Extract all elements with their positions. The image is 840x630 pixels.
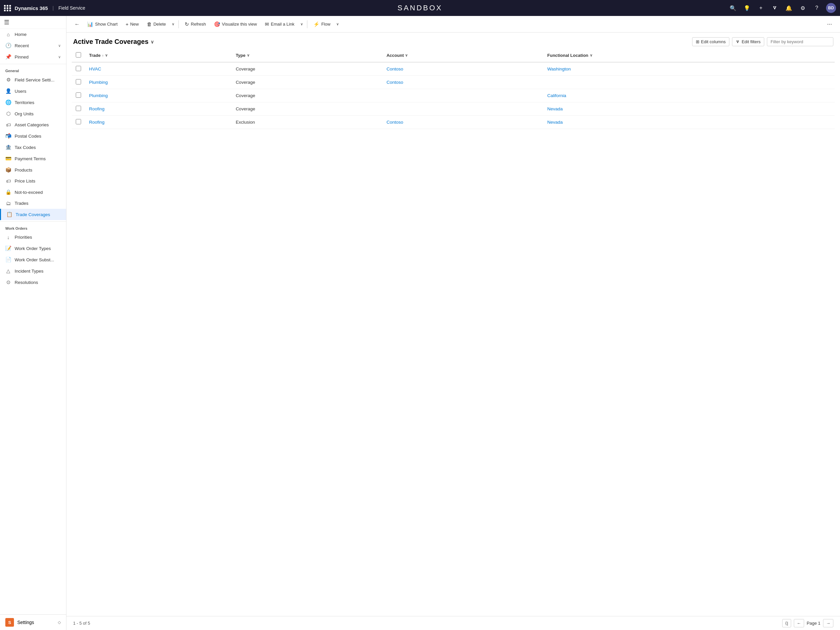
row-checkbox[interactable]: [76, 119, 81, 124]
settings-expand-icon[interactable]: ◇: [58, 620, 61, 625]
account-link[interactable]: Contoso: [387, 120, 403, 125]
prev-page-button[interactable]: ←: [794, 619, 804, 627]
sidebar-item-pinned[interactable]: 📌 Pinned ∨: [0, 51, 66, 62]
trade-link[interactable]: Plumbing: [89, 80, 108, 85]
functional-location-link[interactable]: California: [547, 93, 566, 98]
row-checkbox[interactable]: [76, 66, 81, 71]
functional-location-link[interactable]: Washington: [547, 66, 571, 71]
trade-link[interactable]: HVAC: [89, 66, 101, 71]
edit-columns-button[interactable]: ⊞ Edit columns: [692, 37, 729, 46]
edit-filters-button[interactable]: ⛛ Edit filters: [732, 37, 764, 46]
top-nav-right: 🔍 💡 + ⛛ 🔔 ⚙ ? BD: [728, 3, 836, 13]
flow-button[interactable]: ⚡ Flow: [310, 19, 333, 29]
row-checkbox[interactable]: [76, 106, 81, 111]
trade-column-header[interactable]: Trade ↑ ∨: [85, 49, 232, 62]
account-column-header[interactable]: Account ∨: [382, 49, 543, 62]
sidebar-menu-icon[interactable]: ☰: [4, 19, 9, 26]
refresh-button[interactable]: ↻ Refresh: [182, 19, 209, 29]
postal-codes-icon: 📬: [5, 133, 11, 139]
top-nav: Dynamics 365 | Field Service SANDBOX 🔍 💡…: [0, 0, 840, 16]
new-button[interactable]: + New: [122, 19, 142, 29]
visualize-button[interactable]: 🎯 Visualize this view: [211, 19, 260, 29]
sidebar-item-recent[interactable]: 🕐 Recent ∨: [0, 40, 66, 51]
app-title[interactable]: Dynamics 365: [14, 5, 48, 11]
filter-icon-btn[interactable]: ⛛: [770, 3, 780, 13]
filter-input[interactable]: [767, 37, 833, 46]
sidebar-item-org-units[interactable]: ⬡ Org Units: [0, 108, 66, 119]
view-title-chevron-icon[interactable]: ∨: [150, 39, 154, 44]
sidebar-item-label: Not-to-exceed: [14, 190, 61, 195]
sidebar-item-field-service-settings[interactable]: ⚙ Field Service Setti...: [0, 74, 66, 85]
sidebar-item-payment-terms[interactable]: 💳 Payment Terms: [0, 153, 66, 164]
toolbar-divider-2: [307, 20, 307, 28]
search-icon-btn[interactable]: 🔍: [728, 3, 737, 13]
settings-footer-label: Settings: [17, 620, 34, 625]
email-link-button[interactable]: ✉ Email a Link: [262, 19, 298, 29]
functional-location-filter-icon[interactable]: ∨: [590, 53, 592, 57]
work-order-subst-icon: 📄: [5, 256, 11, 263]
row-checkbox[interactable]: [76, 92, 81, 98]
row-checkbox[interactable]: [76, 79, 81, 84]
delete-button[interactable]: 🗑 Delete: [144, 19, 169, 29]
view-header-actions: ⊞ Edit columns ⛛ Edit filters: [692, 37, 834, 46]
account-link[interactable]: Contoso: [387, 80, 403, 85]
sidebar-item-trades[interactable]: 🗂 Trades: [0, 198, 66, 209]
account-filter-icon[interactable]: ∨: [405, 53, 408, 57]
trade-filter-icon[interactable]: ∨: [105, 53, 108, 57]
app-module[interactable]: Field Service: [58, 5, 85, 11]
show-chart-button[interactable]: 📊 Show Chart: [84, 19, 121, 29]
type-column-header[interactable]: Type ∨: [232, 49, 382, 62]
add-new-icon: +: [126, 21, 129, 27]
more-options-button[interactable]: ···: [824, 19, 835, 30]
lightbulb-icon-btn[interactable]: 💡: [742, 3, 752, 13]
settings-icon-btn[interactable]: ⚙: [798, 3, 807, 13]
sidebar-item-not-to-exceed[interactable]: 🔒 Not-to-exceed: [0, 187, 66, 198]
sidebar-item-products[interactable]: 📦 Products: [0, 164, 66, 176]
functional-location-column-header[interactable]: Functional Location ∨: [543, 49, 835, 62]
sidebar-item-users[interactable]: 👤 Users: [0, 85, 66, 97]
content-area: ← 📊 Show Chart + New 🗑 Delete ∨ ↻ Refres…: [66, 16, 840, 630]
work-orders-section-title: Work Orders: [0, 223, 66, 232]
sidebar-item-work-order-subst[interactable]: 📄 Work Order Subst...: [0, 254, 66, 265]
sidebar-item-asset-categories[interactable]: 🏷 Asset Categories: [0, 119, 66, 130]
view-title-text: Active Trade Coverages: [73, 38, 148, 46]
sidebar-item-incident-types[interactable]: △ Incident Types: [0, 265, 66, 277]
sidebar-item-territories[interactable]: 🌐 Territories: [0, 97, 66, 108]
notification-icon-btn[interactable]: 🔔: [784, 3, 794, 13]
functional-location-link[interactable]: Nevada: [547, 106, 563, 111]
users-icon: 👤: [5, 88, 11, 94]
sidebar-item-tax-codes[interactable]: 🏦 Tax Codes: [0, 142, 66, 153]
account-link[interactable]: Contoso: [387, 66, 403, 71]
sidebar-item-postal-codes[interactable]: 📬 Postal Codes: [0, 130, 66, 142]
next-page-button[interactable]: →: [823, 619, 833, 627]
user-avatar[interactable]: BD: [826, 3, 836, 13]
edit-filters-label: Edit filters: [742, 39, 761, 44]
sidebar-item-priorities[interactable]: ↓ Priorities: [0, 232, 66, 243]
sidebar-item-label: Trade Coverages: [16, 212, 61, 217]
select-all-checkbox[interactable]: [76, 52, 81, 57]
sidebar-footer[interactable]: S Settings ◇: [0, 614, 66, 630]
waffle-menu-icon[interactable]: [4, 5, 11, 11]
chevron-down-icon: ∨: [58, 44, 61, 48]
functional-location-link[interactable]: Nevada: [547, 120, 563, 125]
sidebar-item-home[interactable]: ⌂ Home: [0, 29, 66, 40]
delete-chevron-button[interactable]: ∨: [171, 20, 176, 28]
flow-chevron-button[interactable]: ∨: [335, 20, 340, 28]
org-units-icon: ⬡: [5, 111, 11, 117]
back-button[interactable]: ←: [72, 19, 82, 29]
sidebar-item-trade-coverages[interactable]: 📋 Trade Coverages: [0, 209, 66, 220]
sidebar-item-label: Asset Categories: [14, 122, 61, 127]
trade-link[interactable]: Roofing: [89, 106, 105, 111]
trade-link[interactable]: Roofing: [89, 120, 105, 125]
add-icon-btn[interactable]: +: [756, 3, 766, 13]
trade-link[interactable]: Plumbing: [89, 93, 108, 98]
type-filter-icon[interactable]: ∨: [247, 53, 249, 57]
type-cell: Coverage: [232, 89, 382, 102]
first-page-button[interactable]: ⟨|: [782, 619, 791, 627]
sidebar-item-work-order-types[interactable]: 📝 Work Order Types: [0, 243, 66, 254]
sidebar-item-price-lists[interactable]: 🏷 Price Lists: [0, 176, 66, 187]
email-chevron-button[interactable]: ∨: [299, 20, 305, 28]
sidebar-item-resolutions[interactable]: ⊙ Resolutions: [0, 277, 66, 288]
help-icon-btn[interactable]: ?: [812, 3, 821, 13]
sidebar-item-label: Incident Types: [14, 269, 61, 274]
